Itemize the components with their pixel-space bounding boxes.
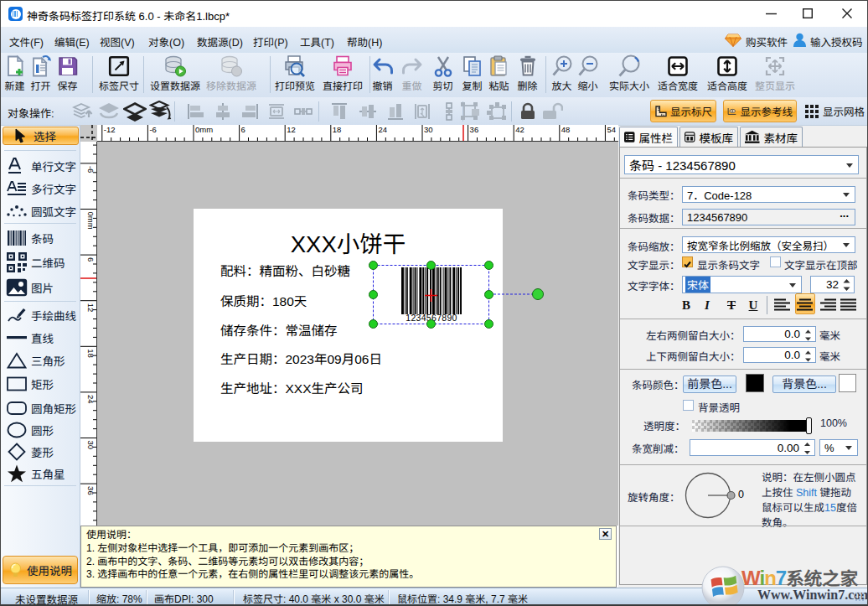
svg-text:36: 36 (470, 125, 479, 134)
svg-text:0mm: 0mm (195, 125, 213, 134)
svg-text:18: 18 (86, 349, 96, 358)
svg-text:18: 18 (333, 125, 342, 134)
svg-text:36: 36 (86, 486, 96, 495)
svg-text:6: 6 (86, 257, 96, 262)
svg-text:24: 24 (378, 125, 387, 134)
svg-text:0mm: 0mm (86, 212, 96, 230)
svg-text:42: 42 (515, 125, 524, 134)
svg-text:-6: -6 (86, 166, 96, 173)
svg-text:30: 30 (86, 441, 96, 450)
svg-text:12: 12 (287, 125, 296, 134)
svg-text:6: 6 (241, 125, 245, 134)
svg-text:24: 24 (86, 395, 96, 404)
svg-text:48: 48 (561, 125, 571, 134)
svg-text:-12: -12 (104, 125, 116, 134)
svg-text:30: 30 (424, 125, 433, 134)
svg-text:12: 12 (86, 303, 96, 313)
svg-text:54: 54 (607, 125, 616, 134)
svg-text:-6: -6 (149, 125, 156, 134)
